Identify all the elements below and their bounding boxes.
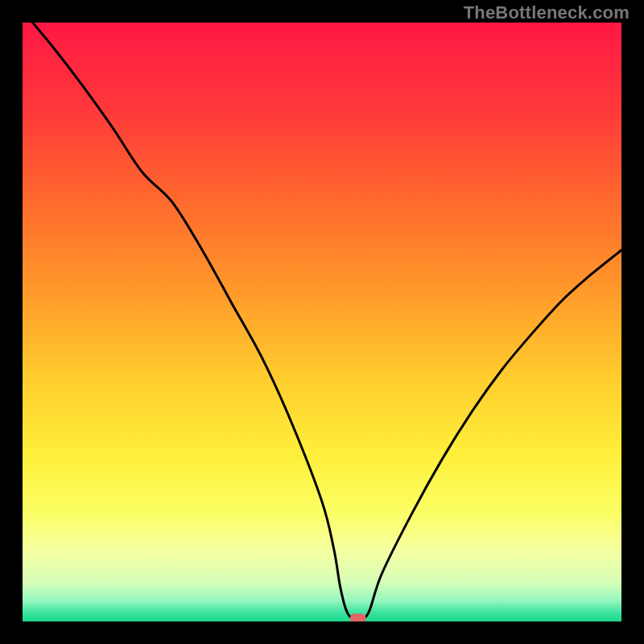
chart-container: TheBottleneck.com <box>0 0 644 644</box>
watermark-text: TheBottleneck.com <box>464 2 630 23</box>
gradient-background <box>23 23 621 621</box>
optimal-marker <box>350 613 366 621</box>
plot-area <box>23 23 621 621</box>
chart-svg <box>23 23 621 621</box>
